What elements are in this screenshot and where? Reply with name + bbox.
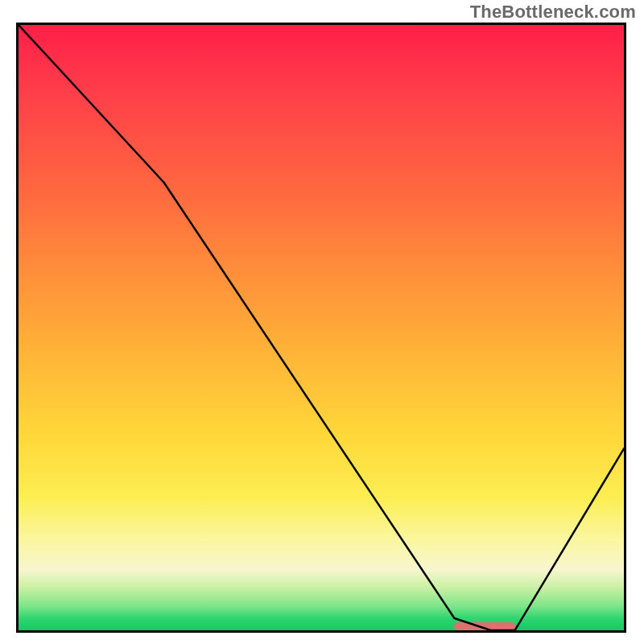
bottleneck-curve [19, 25, 624, 630]
chart-container: TheBottleneck.com [0, 0, 644, 644]
curve-path [19, 25, 624, 630]
plot-area [16, 23, 626, 633]
attribution-text: TheBottleneck.com [470, 2, 636, 23]
